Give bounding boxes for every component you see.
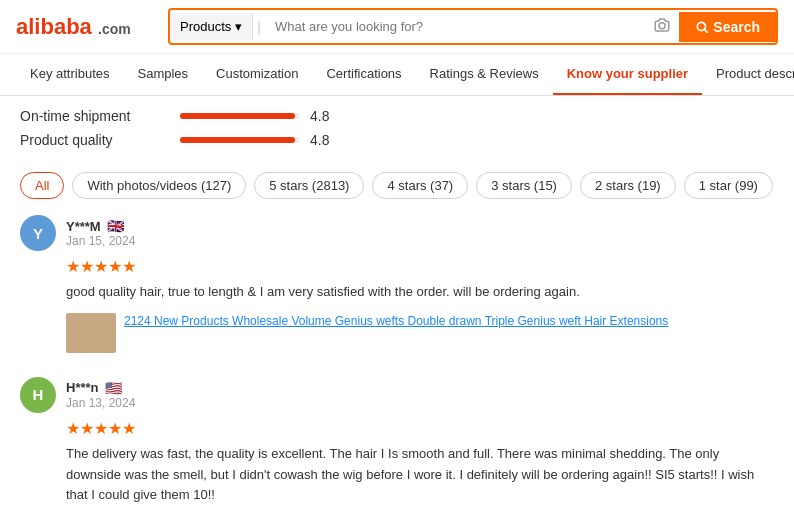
divider: | [253, 19, 265, 35]
filter-tag-3-stars[interactable]: 3 stars (15) [476, 172, 572, 199]
reviewer-name-0: Y***M 🇬🇧 [66, 218, 135, 234]
header: alibaba .com Products ▾ | Search [0, 0, 794, 54]
nav-item-key-attributes[interactable]: Key attributes [16, 54, 124, 95]
logo-icon: alibaba .com [16, 8, 146, 45]
filter-tag-1-star[interactable]: 1 star (99) [684, 172, 773, 199]
reviewer-info-0: Y***M 🇬🇧 Jan 15, 2024 [66, 218, 135, 248]
rating-label-quality: Product quality [20, 132, 180, 148]
nav-item-samples[interactable]: Samples [124, 54, 203, 95]
ratings-section: On-time shipment 4.8 Product quality 4.8 [0, 96, 794, 164]
search-button[interactable]: Search [679, 12, 776, 42]
reviewer-header-1: H H***n 🇺🇸 Jan 13, 2024 [20, 377, 774, 413]
filter-tag-all[interactable]: All [20, 172, 64, 199]
svg-line-4 [705, 29, 708, 32]
nav-item-customization[interactable]: Customization [202, 54, 312, 95]
reviewer-info-1: H***n 🇺🇸 Jan 13, 2024 [66, 380, 135, 410]
logo-area: alibaba .com [16, 8, 156, 45]
navigation-bar: Key attributes Samples Customization Cer… [0, 54, 794, 96]
review-stars-0: ★★★★★ [66, 257, 774, 276]
review-stars-1: ★★★★★ [66, 419, 774, 438]
svg-point-3 [698, 22, 706, 30]
reviewer-header-0: Y Y***M 🇬🇧 Jan 15, 2024 [20, 215, 774, 251]
search-bar: Products ▾ | Search [168, 8, 778, 45]
nav-item-certifications[interactable]: Certifications [312, 54, 415, 95]
rating-bar-shipment-fill [180, 113, 295, 119]
nav-item-know-your-supplier[interactable]: Know your supplier [553, 54, 702, 95]
review-card-1: H H***n 🇺🇸 Jan 13, 2024 ★★★★★ The delive… [20, 377, 774, 506]
nav-item-product-description[interactable]: Product descri... [702, 54, 794, 95]
search-input[interactable] [265, 13, 645, 40]
reviewer-flag-1: 🇺🇸 [105, 380, 122, 396]
reviews-section: Y Y***M 🇬🇧 Jan 15, 2024 ★★★★★ good quali… [0, 207, 794, 520]
filter-tag-5-stars[interactable]: 5 stars (2813) [254, 172, 364, 199]
chevron-down-icon: ▾ [235, 19, 242, 34]
review-date-1: Jan 13, 2024 [66, 396, 135, 410]
nav-item-ratings-reviews[interactable]: Ratings & Reviews [416, 54, 553, 95]
rating-row-shipment: On-time shipment 4.8 [20, 108, 774, 124]
review-date-0: Jan 15, 2024 [66, 234, 135, 248]
svg-text:alibaba: alibaba [16, 14, 93, 39]
search-category-dropdown[interactable]: Products ▾ [170, 13, 253, 40]
filter-row: All With photos/videos (127) 5 stars (28… [0, 164, 794, 207]
filter-tag-photos-videos[interactable]: With photos/videos (127) [72, 172, 246, 199]
reviewer-flag-0: 🇬🇧 [107, 218, 124, 234]
rating-row-quality: Product quality 4.8 [20, 132, 774, 148]
review-text-1: The delivery was fast, the quality is ex… [66, 444, 774, 506]
product-link-0[interactable]: 2124 New Products Wholesale Volume Geniu… [124, 313, 668, 330]
search-category-label: Products [180, 19, 231, 34]
rating-value-shipment: 4.8 [310, 108, 329, 124]
rating-value-quality: 4.8 [310, 132, 329, 148]
product-link-wrap-0: 2124 New Products Wholesale Volume Geniu… [66, 313, 774, 353]
filter-tag-4-stars[interactable]: 4 stars (37) [372, 172, 468, 199]
filter-tag-2-stars[interactable]: 2 stars (19) [580, 172, 676, 199]
review-text-0: good quality hair, true to length & I am… [66, 282, 774, 303]
svg-point-2 [659, 23, 665, 29]
rating-bar-quality-fill [180, 137, 295, 143]
rating-bar-quality-track [180, 137, 300, 143]
search-button-label: Search [713, 19, 760, 35]
svg-text:.com: .com [98, 21, 131, 37]
avatar-1: H [20, 377, 56, 413]
rating-bar-shipment-track [180, 113, 300, 119]
product-thumbnail-0 [66, 313, 116, 353]
rating-label-shipment: On-time shipment [20, 108, 180, 124]
reviewer-name-1: H***n 🇺🇸 [66, 380, 135, 396]
camera-icon[interactable] [645, 10, 679, 43]
review-card-0: Y Y***M 🇬🇧 Jan 15, 2024 ★★★★★ good quali… [20, 215, 774, 353]
avatar-0: Y [20, 215, 56, 251]
